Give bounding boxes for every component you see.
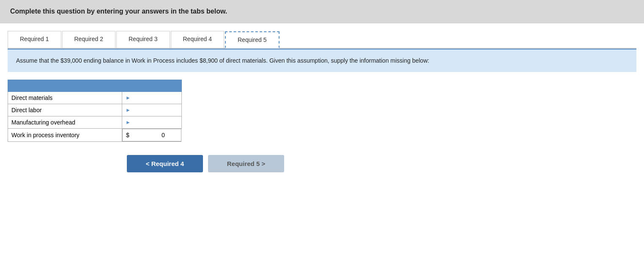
- currency-symbol: $: [126, 132, 129, 138]
- prev-required4-button[interactable]: < Required 4: [127, 155, 203, 172]
- direct-materials-input[interactable]: [134, 94, 168, 101]
- col-header-value: [122, 80, 182, 92]
- tab-required4[interactable]: Required 4: [171, 31, 225, 48]
- mfg-overhead-input[interactable]: [134, 119, 168, 126]
- arrow-icon: ►: [126, 95, 131, 101]
- row-input-mfg-overhead[interactable]: ►: [122, 116, 182, 129]
- table-row: Work in process inventory $: [8, 129, 182, 142]
- row-value-wip: $: [122, 129, 181, 141]
- tab-required5[interactable]: Required 5: [225, 31, 280, 48]
- direct-labor-input[interactable]: [134, 107, 168, 113]
- data-table: Direct materials ► Direct labor: [8, 80, 182, 142]
- buttons-row: < Required 4 Required 5 >: [127, 155, 636, 172]
- tab-required1[interactable]: Required 1: [8, 31, 61, 48]
- table-row: Direct labor ►: [8, 104, 182, 116]
- table-row: Direct materials ►: [8, 92, 182, 104]
- row-input-direct-labor[interactable]: ►: [122, 104, 182, 116]
- row-label-direct-materials: Direct materials: [8, 92, 122, 104]
- page-wrapper: Complete this question by entering your …: [0, 0, 644, 271]
- table-container: Direct materials ► Direct labor: [8, 80, 182, 142]
- row-label-direct-labor: Direct labor: [8, 104, 122, 116]
- row-input-direct-materials[interactable]: ►: [122, 92, 182, 104]
- wip-input[interactable]: [131, 132, 165, 138]
- header-bar: Complete this question by entering your …: [0, 0, 644, 23]
- content-area: Required 1 Required 2 Required 3 Require…: [0, 23, 644, 271]
- row-label-wip: Work in process inventory: [8, 129, 122, 142]
- description-box: Assume that the $39,000 ending balance i…: [8, 49, 636, 72]
- tabs-container: Required 1 Required 2 Required 3 Require…: [8, 31, 636, 49]
- col-header-label: [8, 80, 122, 92]
- tab-required3[interactable]: Required 3: [116, 31, 170, 48]
- arrow-icon: ►: [126, 119, 131, 125]
- row-label-mfg-overhead: Manufacturing overhead: [8, 116, 122, 129]
- tab-required2[interactable]: Required 2: [62, 31, 116, 48]
- arrow-icon: ►: [126, 107, 131, 113]
- table-row: Manufacturing overhead ►: [8, 116, 182, 129]
- page-title: Complete this question by entering your …: [10, 8, 634, 15]
- next-required5-button[interactable]: Required 5 >: [208, 155, 284, 172]
